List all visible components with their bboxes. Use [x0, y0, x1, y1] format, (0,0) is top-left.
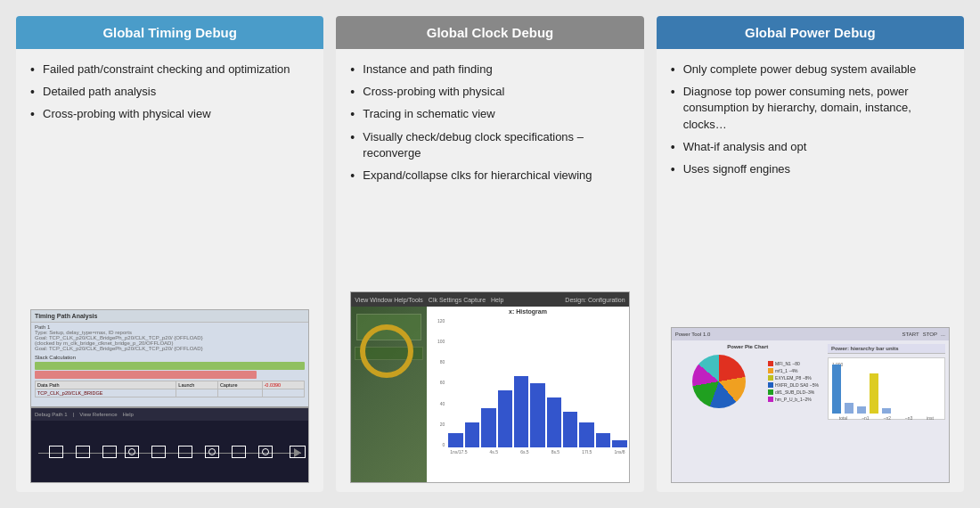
- timing-body: Failed path/constraint checking and opti…: [16, 49, 323, 492]
- hist-bar-1: [448, 433, 462, 447]
- timing-bullet-1: Failed path/constraint checking and opti…: [30, 61, 309, 78]
- clock-screenshot-area: View Window Help/Tools Clk Settings Capt…: [350, 199, 629, 483]
- power-bar-group-1: [832, 365, 841, 414]
- power-content: Power Pie Chart MFI_N1 ~80 mf1_1 ~4% EXY…: [672, 340, 949, 482]
- clock-menubar: View Window Help/Tools Clk Settings Capt…: [351, 292, 628, 307]
- power-bar-b1: [832, 365, 841, 414]
- power-bars: [832, 369, 941, 414]
- clock-bullet-5: Expand/collapse clks for hierarchical vi…: [350, 168, 629, 184]
- hist-bar-4: [498, 390, 512, 447]
- power-bar-b2: [845, 403, 853, 414]
- clock-circle-highlight: [360, 324, 413, 378]
- power-bar-group-3: [857, 406, 866, 414]
- clock-bullet-4: Visually check/debug clock specification…: [350, 129, 629, 161]
- hist-bar-10: [596, 433, 610, 447]
- timing-bullet-3: Cross-probing with physical view: [30, 106, 309, 122]
- power-bar-group-2: [845, 403, 853, 414]
- power-toolbar: Power Tool 1.0 START STOP ...: [672, 328, 949, 340]
- clock-screenshot: View Window Help/Tools Clk Settings Capt…: [350, 291, 629, 483]
- power-panel: Global Power Debug Only complete power d…: [657, 16, 964, 492]
- clock-bottom-controls: Step Size: 0.5 PS CMOS, I4 Browse Save E…: [351, 482, 628, 483]
- clock-bullet-1: Instance and path finding: [350, 61, 629, 78]
- pie-chart-title: Power Pie Chart: [675, 344, 821, 349]
- bar-chart-axis: total~n1~n2~n3inst: [832, 415, 941, 421]
- clock-histogram: x: Histogram 120100806040200: [427, 307, 628, 482]
- clock-body: Instance and path finding Cross-probing …: [336, 49, 643, 492]
- power-right: Power: hierarchy bar units 1.000: [824, 340, 949, 482]
- clock-panel: Global Clock Debug Instance and path fin…: [336, 16, 643, 492]
- hist-bar-5: [514, 376, 528, 447]
- power-screenshot: Power Tool 1.0 START STOP ... Power Pie …: [671, 327, 950, 483]
- timing-bullet-2: Detailed path analysis: [30, 84, 309, 100]
- clock-main: x: Histogram 120100806040200: [351, 307, 628, 482]
- power-bar-b5: [882, 408, 891, 414]
- power-bullet-4: Uses signoff engines: [671, 161, 950, 177]
- power-bar-chart: 1.000: [828, 357, 945, 420]
- histogram-bars: [446, 376, 628, 447]
- power-bullet-1: Only complete power debug system availab…: [671, 61, 950, 78]
- clock-menu-clk: Clk Settings Capture: [429, 297, 486, 303]
- hist-bar-9: [579, 422, 593, 447]
- timing-bullets: Failed path/constraint checking and opti…: [30, 61, 309, 129]
- clock-menu-help: Help: [491, 297, 503, 303]
- clock-bullet-3: Tracing in schematic view: [350, 106, 629, 122]
- power-header: Global Power Debug: [657, 16, 964, 49]
- timing-header: Global Timing Debug: [16, 16, 323, 49]
- power-pie-chart: [692, 355, 746, 408]
- power-body: Only complete power debug system availab…: [657, 49, 964, 492]
- power-pie-area: Power Pie Chart MFI_N1 ~80 mf1_1 ~4% EXY…: [672, 340, 824, 482]
- hist-bar-7: [547, 397, 561, 447]
- histogram-axis: 1ns/17.54s.56s.58s.517I.51ns/8: [446, 447, 628, 456]
- power-bullet-2: Diagnose top power consuming nets, power…: [671, 84, 950, 133]
- power-bar-b4: [870, 373, 878, 414]
- hist-bar-6: [530, 383, 544, 447]
- clock-bullets: Instance and path finding Cross-probing …: [350, 61, 629, 190]
- timing-screenshot-area: Timing Path Analysis Path 1 Type: Setup,…: [30, 138, 309, 483]
- timing-screenshot: Timing Path Analysis Path 1 Type: Setup,…: [30, 309, 309, 483]
- hist-bar-2: [465, 422, 479, 447]
- histogram-title: x: Histogram: [427, 307, 628, 316]
- hist-bar-11: [612, 440, 626, 447]
- clock-bullet-2: Cross-probing with physical: [350, 84, 629, 100]
- power-screenshot-area: Power Tool 1.0 START STOP ... Power Pie …: [671, 193, 950, 483]
- power-bar-b3: [857, 406, 866, 414]
- clock-menu-item: View Window Help/Tools: [355, 297, 423, 303]
- clock-header: Global Clock Debug: [336, 16, 643, 49]
- power-bullet-3: What-if analysis and opt: [671, 139, 950, 155]
- power-bar-group-5: [882, 408, 891, 414]
- power-bar-label: Power: hierarchy bar units: [828, 344, 945, 354]
- timing-panel: Global Timing Debug Failed path/constrai…: [16, 16, 323, 492]
- hist-bar-8: [563, 412, 577, 447]
- power-legend: MFI_N1 ~80 mf1_1 ~4% EXYLEM_P8 ~8% HXFR_…: [766, 360, 821, 403]
- power-bullets: Only complete power debug system availab…: [671, 61, 950, 184]
- clock-physical-view: [351, 307, 427, 482]
- power-bar-group-4: [870, 373, 878, 414]
- hist-bar-3: [481, 408, 495, 447]
